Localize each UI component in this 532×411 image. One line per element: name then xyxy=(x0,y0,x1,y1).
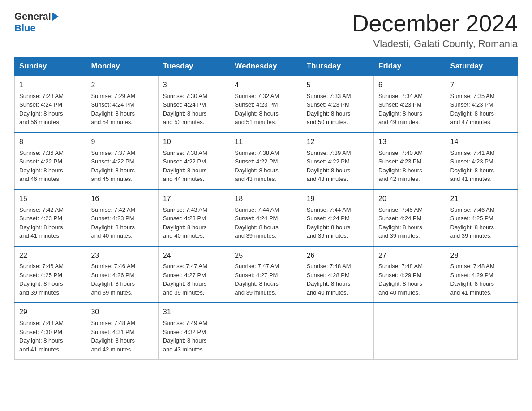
day-number: 11 xyxy=(235,137,297,148)
day-info: Sunrise: 7:33 AM Sunset: 4:23 PM Dayligh… xyxy=(307,92,369,127)
day-info: Sunrise: 7:35 AM Sunset: 4:23 PM Dayligh… xyxy=(450,92,513,127)
title-block: December 2024 Vladesti, Galati County, R… xyxy=(352,11,518,50)
table-row xyxy=(302,303,373,359)
table-row: 13 Sunrise: 7:40 AM Sunset: 4:23 PM Dayl… xyxy=(374,133,446,189)
table-row: 28 Sunrise: 7:48 AM Sunset: 4:29 PM Dayl… xyxy=(446,246,517,303)
day-info: Sunrise: 7:47 AM Sunset: 4:27 PM Dayligh… xyxy=(163,262,225,297)
table-row: 18 Sunrise: 7:44 AM Sunset: 4:24 PM Dayl… xyxy=(230,189,302,246)
table-row: 21 Sunrise: 7:46 AM Sunset: 4:25 PM Dayl… xyxy=(446,189,517,246)
day-info: Sunrise: 7:30 AM Sunset: 4:24 PM Dayligh… xyxy=(163,92,225,127)
day-info: Sunrise: 7:28 AM Sunset: 4:24 PM Dayligh… xyxy=(19,92,82,127)
day-info: Sunrise: 7:42 AM Sunset: 4:23 PM Dayligh… xyxy=(19,206,82,240)
day-info: Sunrise: 7:29 AM Sunset: 4:24 PM Dayligh… xyxy=(91,92,153,127)
day-number: 22 xyxy=(19,250,82,261)
month-title: December 2024 xyxy=(352,11,518,36)
col-header-wednesday: Wednesday xyxy=(230,57,302,76)
day-number: 30 xyxy=(91,307,153,318)
day-info: Sunrise: 7:39 AM Sunset: 4:22 PM Dayligh… xyxy=(307,149,369,184)
day-number: 25 xyxy=(235,250,297,261)
table-row: 7 Sunrise: 7:35 AM Sunset: 4:23 PM Dayli… xyxy=(446,76,517,133)
day-info: Sunrise: 7:38 AM Sunset: 4:22 PM Dayligh… xyxy=(163,149,225,184)
calendar-week-5: 29 Sunrise: 7:48 AM Sunset: 4:30 PM Dayl… xyxy=(15,303,518,359)
day-number: 10 xyxy=(163,137,225,148)
day-number: 13 xyxy=(378,137,441,148)
day-info: Sunrise: 7:47 AM Sunset: 4:27 PM Dayligh… xyxy=(235,262,297,297)
day-info: Sunrise: 7:45 AM Sunset: 4:24 PM Dayligh… xyxy=(378,206,441,240)
calendar-week-4: 22 Sunrise: 7:46 AM Sunset: 4:25 PM Dayl… xyxy=(15,246,518,303)
day-number: 3 xyxy=(163,80,225,91)
table-row: 1 Sunrise: 7:28 AM Sunset: 4:24 PM Dayli… xyxy=(15,76,86,133)
table-row: 6 Sunrise: 7:34 AM Sunset: 4:23 PM Dayli… xyxy=(374,76,446,133)
day-number: 4 xyxy=(235,80,297,91)
day-info: Sunrise: 7:34 AM Sunset: 4:23 PM Dayligh… xyxy=(378,92,441,127)
day-number: 8 xyxy=(19,137,82,148)
day-number: 26 xyxy=(307,250,369,261)
day-number: 16 xyxy=(91,193,153,205)
table-row: 2 Sunrise: 7:29 AM Sunset: 4:24 PM Dayli… xyxy=(86,76,158,133)
day-info: Sunrise: 7:48 AM Sunset: 4:29 PM Dayligh… xyxy=(450,262,513,297)
day-info: Sunrise: 7:48 AM Sunset: 4:31 PM Dayligh… xyxy=(91,319,153,354)
day-info: Sunrise: 7:42 AM Sunset: 4:23 PM Dayligh… xyxy=(91,206,153,240)
table-row: 23 Sunrise: 7:46 AM Sunset: 4:26 PM Dayl… xyxy=(86,246,158,303)
day-info: Sunrise: 7:44 AM Sunset: 4:24 PM Dayligh… xyxy=(235,206,297,240)
calendar-week-2: 8 Sunrise: 7:36 AM Sunset: 4:22 PM Dayli… xyxy=(15,133,518,189)
calendar-week-1: 1 Sunrise: 7:28 AM Sunset: 4:24 PM Dayli… xyxy=(15,76,518,133)
table-row: 25 Sunrise: 7:47 AM Sunset: 4:27 PM Dayl… xyxy=(230,246,302,303)
day-info: Sunrise: 7:38 AM Sunset: 4:22 PM Dayligh… xyxy=(235,149,297,184)
logo-arrow-icon xyxy=(52,13,59,21)
day-number: 14 xyxy=(450,137,513,148)
table-row: 15 Sunrise: 7:42 AM Sunset: 4:23 PM Dayl… xyxy=(15,189,86,246)
table-row: 4 Sunrise: 7:32 AM Sunset: 4:23 PM Dayli… xyxy=(230,76,302,133)
logo: General Blue xyxy=(14,11,59,34)
page-header: General Blue December 2024 Vladesti, Gal… xyxy=(14,11,518,50)
day-info: Sunrise: 7:49 AM Sunset: 4:32 PM Dayligh… xyxy=(163,319,225,354)
day-number: 1 xyxy=(19,80,82,91)
calendar-header-row: Sunday Monday Tuesday Wednesday Thursday… xyxy=(15,57,518,76)
table-row: 27 Sunrise: 7:48 AM Sunset: 4:29 PM Dayl… xyxy=(374,246,446,303)
day-info: Sunrise: 7:41 AM Sunset: 4:23 PM Dayligh… xyxy=(450,149,513,184)
table-row: 9 Sunrise: 7:37 AM Sunset: 4:22 PM Dayli… xyxy=(86,133,158,189)
col-header-thursday: Thursday xyxy=(302,57,373,76)
table-row: 10 Sunrise: 7:38 AM Sunset: 4:22 PM Dayl… xyxy=(158,133,230,189)
day-number: 24 xyxy=(163,250,225,261)
table-row xyxy=(446,303,517,359)
day-number: 15 xyxy=(19,193,82,205)
day-number: 29 xyxy=(19,307,82,318)
table-row: 31 Sunrise: 7:49 AM Sunset: 4:32 PM Dayl… xyxy=(158,303,230,359)
day-info: Sunrise: 7:43 AM Sunset: 4:23 PM Dayligh… xyxy=(163,206,225,240)
logo-line1: General xyxy=(14,11,59,22)
day-number: 20 xyxy=(378,193,441,205)
day-number: 2 xyxy=(91,80,153,91)
table-row: 20 Sunrise: 7:45 AM Sunset: 4:24 PM Dayl… xyxy=(374,189,446,246)
day-info: Sunrise: 7:40 AM Sunset: 4:23 PM Dayligh… xyxy=(378,149,441,184)
day-number: 18 xyxy=(235,193,297,205)
table-row: 5 Sunrise: 7:33 AM Sunset: 4:23 PM Dayli… xyxy=(302,76,373,133)
logo-general-text: General xyxy=(14,11,51,22)
table-row: 8 Sunrise: 7:36 AM Sunset: 4:22 PM Dayli… xyxy=(15,133,86,189)
day-number: 5 xyxy=(307,80,369,91)
day-number: 9 xyxy=(91,137,153,148)
table-row: 16 Sunrise: 7:42 AM Sunset: 4:23 PM Dayl… xyxy=(86,189,158,246)
table-row: 30 Sunrise: 7:48 AM Sunset: 4:31 PM Dayl… xyxy=(86,303,158,359)
col-header-friday: Friday xyxy=(374,57,446,76)
table-row xyxy=(230,303,302,359)
table-row: 19 Sunrise: 7:44 AM Sunset: 4:24 PM Dayl… xyxy=(302,189,373,246)
day-number: 7 xyxy=(450,80,513,91)
table-row: 17 Sunrise: 7:43 AM Sunset: 4:23 PM Dayl… xyxy=(158,189,230,246)
day-number: 28 xyxy=(450,250,513,261)
table-row xyxy=(374,303,446,359)
col-header-sunday: Sunday xyxy=(15,57,86,76)
day-info: Sunrise: 7:46 AM Sunset: 4:26 PM Dayligh… xyxy=(91,262,153,297)
col-header-tuesday: Tuesday xyxy=(158,57,230,76)
location-title: Vladesti, Galati County, Romania xyxy=(352,38,518,50)
col-header-monday: Monday xyxy=(86,57,158,76)
day-number: 12 xyxy=(307,137,369,148)
table-row: 11 Sunrise: 7:38 AM Sunset: 4:22 PM Dayl… xyxy=(230,133,302,189)
table-row: 24 Sunrise: 7:47 AM Sunset: 4:27 PM Dayl… xyxy=(158,246,230,303)
day-number: 23 xyxy=(91,250,153,261)
table-row: 12 Sunrise: 7:39 AM Sunset: 4:22 PM Dayl… xyxy=(302,133,373,189)
day-info: Sunrise: 7:44 AM Sunset: 4:24 PM Dayligh… xyxy=(307,206,369,240)
table-row: 29 Sunrise: 7:48 AM Sunset: 4:30 PM Dayl… xyxy=(15,303,86,359)
logo-blue-text: Blue xyxy=(14,22,36,34)
day-number: 31 xyxy=(163,307,225,318)
